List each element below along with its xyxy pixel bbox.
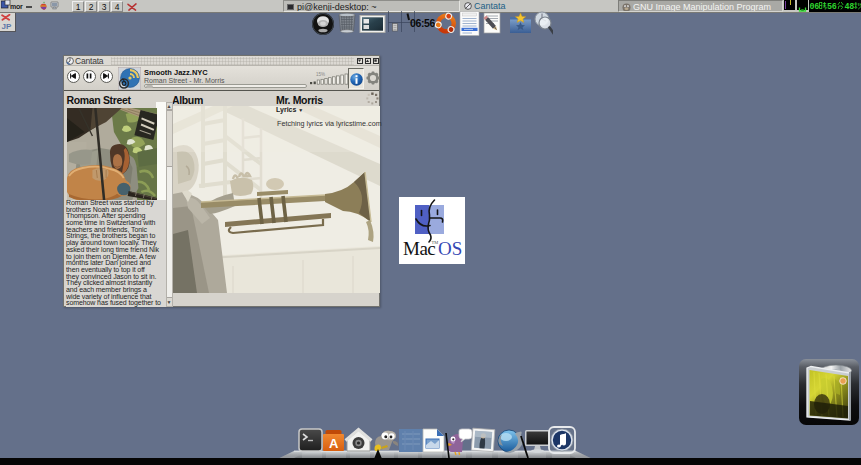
- svg-text:A: A: [329, 436, 339, 451]
- svg-text:56: 56: [827, 2, 837, 12]
- svg-text:06: 06: [810, 2, 820, 12]
- svg-text:48: 48: [845, 2, 855, 12]
- svg-text:06:56: 06:56: [410, 17, 435, 29]
- svg-text:Mac: Mac: [403, 238, 435, 259]
- svg-text:OS: OS: [438, 238, 462, 259]
- svg-text:TM: TM: [432, 240, 439, 245]
